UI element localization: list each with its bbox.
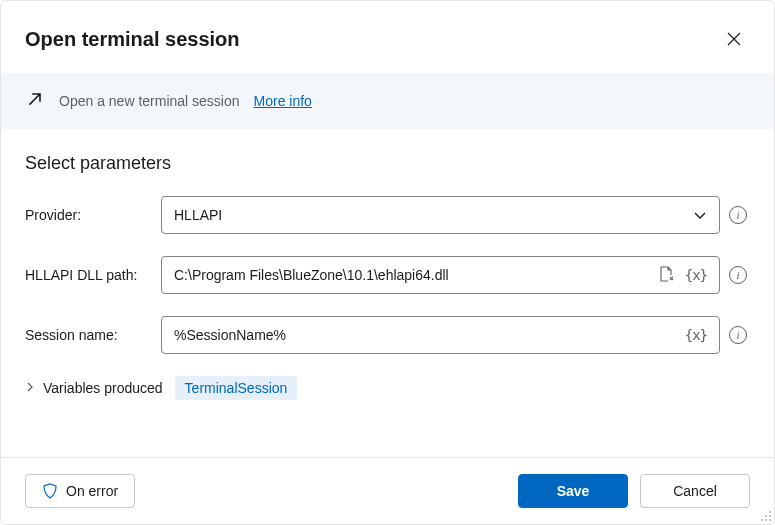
- variable-picker-icon[interactable]: {x}: [685, 267, 707, 283]
- session-name-info-icon[interactable]: i: [729, 326, 747, 344]
- dll-path-row: HLLAPI DLL path: {x} i: [25, 256, 750, 294]
- dll-path-label: HLLAPI DLL path:: [25, 267, 155, 283]
- dialog-body: Select parameters Provider: HLLAPI i HLL…: [1, 129, 774, 400]
- dll-path-input[interactable]: [174, 267, 657, 283]
- provider-label: Provider:: [25, 207, 155, 223]
- svg-point-5: [769, 519, 771, 521]
- dialog-title: Open terminal session: [25, 28, 240, 51]
- close-icon: [727, 32, 741, 46]
- svg-point-4: [765, 519, 767, 521]
- cancel-button[interactable]: Cancel: [640, 474, 750, 508]
- variable-picker-icon[interactable]: {x}: [685, 327, 707, 343]
- save-button[interactable]: Save: [518, 474, 628, 508]
- variables-produced-toggle[interactable]: Variables produced: [25, 380, 163, 396]
- dialog-footer: On error Save Cancel: [1, 457, 774, 524]
- banner-text: Open a new terminal session: [59, 93, 240, 109]
- session-name-input-wrap: {x}: [161, 316, 720, 354]
- svg-point-2: [769, 515, 771, 517]
- provider-row: Provider: HLLAPI i: [25, 196, 750, 234]
- dialog-header: Open terminal session: [1, 1, 774, 73]
- variables-produced-row: Variables produced TerminalSession: [25, 376, 750, 400]
- svg-point-3: [761, 519, 763, 521]
- session-name-label: Session name:: [25, 327, 155, 343]
- chevron-right-icon: [25, 381, 35, 395]
- provider-value: HLLAPI: [174, 207, 222, 223]
- info-banner: Open a new terminal session More info: [1, 73, 774, 129]
- shield-icon: [42, 483, 58, 499]
- close-button[interactable]: [718, 23, 750, 55]
- file-picker-icon[interactable]: [657, 265, 675, 286]
- resize-grip-icon[interactable]: [760, 510, 772, 522]
- session-name-input[interactable]: [174, 327, 685, 343]
- session-name-row: Session name: {x} i: [25, 316, 750, 354]
- dll-path-input-wrap: {x}: [161, 256, 720, 294]
- open-external-icon: [25, 89, 45, 113]
- svg-point-1: [765, 515, 767, 517]
- chevron-down-icon: [693, 208, 707, 222]
- svg-point-0: [769, 511, 771, 513]
- more-info-link[interactable]: More info: [254, 93, 312, 109]
- provider-select[interactable]: HLLAPI: [161, 196, 720, 234]
- provider-info-icon[interactable]: i: [729, 206, 747, 224]
- dll-path-info-icon[interactable]: i: [729, 266, 747, 284]
- on-error-button[interactable]: On error: [25, 474, 135, 508]
- variables-produced-label: Variables produced: [43, 380, 163, 396]
- section-title: Select parameters: [25, 153, 750, 174]
- on-error-label: On error: [66, 483, 118, 499]
- variable-chip[interactable]: TerminalSession: [175, 376, 298, 400]
